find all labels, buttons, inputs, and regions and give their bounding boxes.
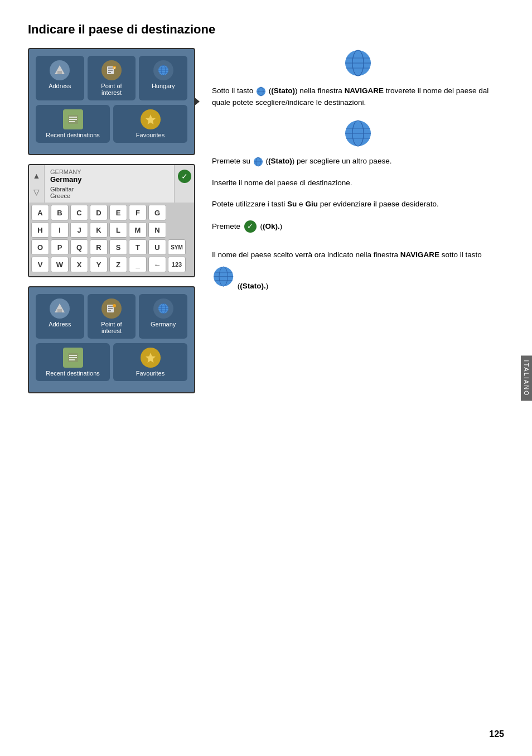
nav-screen-3: Address Point of interest [28,286,195,393]
screen1-top-row: Address P Point of interes [36,56,187,100]
svg-marker-17 [146,114,156,124]
keyboard-screen: ▲ ▽ GERMANY Germany Gibraltar Greece ✓ [28,164,195,277]
key-row-4: V W X Y Z _ ← 123 [31,257,192,272]
list-content: GERMANY Germany Gibraltar Greece [45,165,174,203]
svg-rect-23 [108,310,111,311]
right-text-2: Premete su ((Stato)) per scegliere un al… [212,156,504,167]
poi-label-3: Point of interest [91,321,133,334]
key-sym[interactable]: SYM [168,239,186,255]
recent-label-1: Recent destinations [39,132,107,138]
svg-rect-3 [108,68,113,69]
list-item-gibraltar[interactable]: Gibraltar [50,186,168,192]
right-text-3: Inserite il nome del paese di destinazio… [212,177,504,189]
key-d[interactable]: D [90,205,108,220]
screen3-bottom-row: Recent destinations Favourites [36,343,187,381]
ok-icon-inline: ✓ [244,220,257,233]
key-q[interactable]: Q [70,239,88,255]
right-text-4: Potete utilizzare i tasti Su e Giu per e… [212,199,504,210]
right-section-3: Inserite il nome del paese di destinazio… [212,177,504,189]
svg-rect-21 [108,306,113,307]
key-i[interactable]: I [51,222,69,238]
right-text-5: Premete ✓ ((Ok).) [212,220,504,233]
right-text-1: Sotto il tasto ((Stato)) nella finestra … [212,85,504,108]
ok-check-icon[interactable]: ✓ [178,170,191,183]
poi-btn-1[interactable]: P Point of interest [88,56,136,100]
globe-icon-inline-2 [253,156,264,167]
globe-icon-inline-1 [255,85,267,97]
left-column: Address P Point of interes [28,48,195,402]
key-o[interactable]: O [31,239,49,255]
key-z[interactable]: Z [109,257,127,272]
favourites-btn-1[interactable]: Favourites [113,105,187,143]
globe-icon-large-3 [212,265,235,288]
list-down-btn[interactable]: ▽ [33,187,40,196]
right-section-6: Il nome del paese scelto verrà ora indic… [212,249,504,292]
recent-btn-3[interactable]: Recent destinations [36,343,110,381]
key-v[interactable]: V [31,257,49,272]
key-y[interactable]: Y [90,257,108,272]
keyboard-screen-arrow [194,216,195,225]
keyboard-grid: A B C D E F G H I J K L M N [29,203,194,276]
key-backspace[interactable]: ← [148,257,166,272]
svg-rect-5 [108,72,111,73]
key-f[interactable]: F [129,205,147,220]
key-t[interactable]: T [129,239,147,255]
key-l[interactable]: L [109,222,127,238]
key-w[interactable]: W [51,257,69,272]
key-e[interactable]: E [109,205,127,220]
key-g[interactable]: G [148,205,166,220]
recent-btn-1[interactable]: Recent destinations [36,105,110,143]
germany-globe-icon [153,298,173,319]
right-section-2: Premete su ((Stato)) per scegliere un al… [212,118,504,167]
svg-marker-34 [146,353,156,363]
list-item-greece[interactable]: Greece [50,192,168,199]
key-k[interactable]: K [90,222,108,238]
key-j[interactable]: J [70,222,88,238]
key-a[interactable]: A [31,205,49,220]
address-btn-3[interactable]: Address [36,294,84,339]
key-underscore[interactable]: _ [129,257,147,272]
address-icon-3 [50,298,70,319]
list-nav-col: ▲ ▽ [29,165,45,203]
address-icon-1 [50,60,70,80]
svg-rect-1 [57,71,62,74]
key-spacer-1 [168,205,186,220]
check-col: ✓ [174,165,194,203]
poi-btn-3[interactable]: Point of interest [88,294,136,339]
key-m[interactable]: M [129,222,147,238]
favourites-btn-3[interactable]: Favourites [113,343,187,381]
key-p[interactable]: P [51,239,69,255]
poi-icon-1: P [101,60,122,80]
list-up-btn[interactable]: ▲ [33,171,41,180]
country-code: GERMANY [50,168,168,175]
address-btn-1[interactable]: Address [36,56,84,100]
screen1-bottom-row: Recent destinations Favourites [36,105,187,143]
hungary-btn[interactable]: Hungary [139,56,187,100]
key-123[interactable]: 123 [168,257,186,272]
key-x[interactable]: X [70,257,88,272]
svg-rect-22 [108,308,113,309]
svg-point-24 [113,304,116,307]
poi-label-1: Point of interest [91,83,133,96]
key-b[interactable]: B [51,205,69,220]
right-section-4: Potete utilizzare i tasti Su e Giu per e… [212,199,504,210]
germany-btn[interactable]: Germany [139,294,187,339]
germany-label: Germany [142,321,184,328]
key-row-3: O P Q R S T U SYM [31,239,192,255]
country-name: Germany [50,175,168,184]
poi-icon-3 [101,298,122,319]
favourites-icon-3 [141,348,161,368]
key-r[interactable]: R [90,239,108,255]
key-u[interactable]: U [148,239,166,255]
list-items: Gibraltar Greece [50,186,168,199]
key-s[interactable]: S [109,239,127,255]
hungary-globe-icon [153,60,173,80]
language-label: ITALIANO [521,355,532,401]
key-h[interactable]: H [31,222,49,238]
key-c[interactable]: C [70,205,88,220]
recent-label-3: Recent destinations [39,370,107,377]
recent-icon-1 [63,109,83,129]
right-text-6: Il nome del paese scelto verrà ora indic… [212,249,504,261]
page-number: 125 [489,729,504,739]
key-n[interactable]: N [148,222,166,238]
